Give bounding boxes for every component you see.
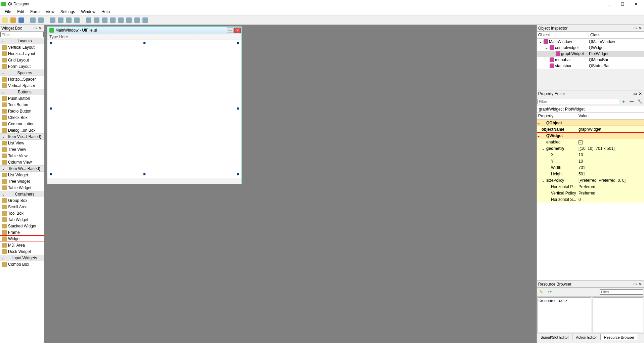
resource-tree[interactable]: <resource root> <box>538 297 591 333</box>
configure-icon[interactable]: 🔧 <box>636 98 643 105</box>
new-file-icon[interactable] <box>1 16 9 24</box>
close-panel-icon[interactable]: ✕ <box>638 91 643 96</box>
adjust-size-icon[interactable] <box>141 16 149 24</box>
minimize-button[interactable] <box>602 0 616 8</box>
float-panel-icon[interactable]: ▭ <box>33 26 37 31</box>
dock-tab[interactable]: Resource Browser <box>600 334 638 340</box>
widget-item[interactable]: Horizo...Spacer <box>0 76 44 82</box>
resource-view[interactable] <box>593 297 643 333</box>
widget-category[interactable]: ⌄Containers <box>0 191 44 197</box>
resize-handle-icon[interactable] <box>237 42 239 44</box>
widget-item[interactable]: Tool Button <box>0 101 44 108</box>
widget-item[interactable]: Vertical Spacer <box>0 82 44 89</box>
form-window[interactable]: MainWindow - UIFile.ui — ✕ Type Here <box>47 26 242 184</box>
widget-item[interactable]: Column View <box>0 159 44 165</box>
widget-item[interactable]: Horizo...Layout <box>0 50 44 57</box>
selected-widget[interactable] <box>51 43 238 174</box>
widget-item[interactable]: MDI Area <box>0 242 44 248</box>
close-panel-icon[interactable]: ✕ <box>38 26 43 31</box>
float-panel-icon[interactable]: ▭ <box>633 282 637 287</box>
open-file-icon[interactable] <box>9 16 17 24</box>
property-filter[interactable] <box>538 99 619 104</box>
resize-handle-icon[interactable] <box>237 108 239 110</box>
form-minimize-button[interactable]: — <box>227 28 233 33</box>
property-row[interactable]: Height501 <box>537 171 644 177</box>
property-grid[interactable]: ⌄QObjectobjectNamegraphWidget⌄QWidgetena… <box>537 120 644 203</box>
widget-item[interactable]: List View <box>0 140 44 146</box>
property-row[interactable]: Width701 <box>537 164 644 171</box>
object-row[interactable]: ⌄centralwidgetQWidget <box>537 45 644 51</box>
layout-h-icon[interactable] <box>85 16 92 24</box>
widget-item[interactable]: Vertical Layout <box>0 44 44 50</box>
widget-box-filter[interactable] <box>0 32 44 37</box>
save-file-icon[interactable] <box>17 16 25 24</box>
menu-help[interactable]: Help <box>99 9 113 15</box>
add-property-icon[interactable]: ＋ <box>620 98 627 105</box>
widget-item[interactable]: Table View <box>0 153 44 159</box>
widget-item[interactable]: Check Box <box>0 114 44 121</box>
object-row[interactable]: statusbarQStatusBar <box>537 63 644 69</box>
resize-handle-icon[interactable] <box>50 173 52 175</box>
widget-item[interactable]: List Widget <box>0 172 44 178</box>
widget-item[interactable]: Frame <box>0 229 44 235</box>
widget-category[interactable]: ⌄Item Wi...-Based) <box>0 165 44 172</box>
property-group[interactable]: ⌄QObject <box>537 120 644 126</box>
dock-tab[interactable]: Signal/Slot Editor <box>537 334 572 340</box>
widget-item[interactable]: Grid Layout <box>0 57 44 63</box>
widget-item[interactable]: Combo Box <box>0 261 44 267</box>
widget-item[interactable]: Tree Widget <box>0 178 44 184</box>
form-close-button[interactable]: ✕ <box>234 28 241 33</box>
property-row[interactable]: objectNamegraphWidget <box>537 126 644 132</box>
edit-signals-icon[interactable] <box>57 16 65 24</box>
edit-buddies-icon[interactable] <box>65 16 73 24</box>
widget-category[interactable]: ⌄Spacers <box>0 70 44 76</box>
edit-tab-order-icon[interactable] <box>73 16 81 24</box>
widget-item[interactable]: Tool Box <box>0 210 44 216</box>
widget-item[interactable]: Tab Widget <box>0 216 44 223</box>
menu-settings[interactable]: Settings <box>58 9 78 15</box>
widget-item[interactable]: Stacked Widget <box>0 223 44 229</box>
resize-handle-icon[interactable] <box>50 42 52 44</box>
bring-to-front-icon[interactable] <box>37 16 45 24</box>
widget-item[interactable]: Dock Widget <box>0 248 44 255</box>
menu-view[interactable]: View <box>43 9 57 15</box>
edit-widgets-icon[interactable] <box>49 16 56 24</box>
resize-handle-icon[interactable] <box>143 42 145 44</box>
widget-item[interactable]: Scroll Area <box>0 204 44 210</box>
resize-handle-icon[interactable] <box>237 173 239 175</box>
resize-handle-icon[interactable] <box>50 108 52 110</box>
widget-item[interactable]: Form Layout <box>0 63 44 70</box>
layout-form-icon[interactable] <box>125 16 133 24</box>
widget-item[interactable]: Group Box <box>0 197 44 204</box>
property-row[interactable]: Horizontal S...0 <box>537 196 644 203</box>
layout-vsplit-icon[interactable] <box>109 16 117 24</box>
float-panel-icon[interactable]: ▭ <box>633 91 637 96</box>
property-group[interactable]: ⌄QWidget <box>537 132 644 139</box>
property-row[interactable]: X10 <box>537 152 644 158</box>
object-row[interactable]: ⌄MainWindowQMainWindow <box>537 39 644 45</box>
widget-item[interactable]: Push Button <box>0 95 44 101</box>
close-button[interactable] <box>629 0 643 8</box>
edit-resource-icon[interactable]: ✎ <box>538 288 545 296</box>
widget-item[interactable]: Comma...utton <box>0 121 44 127</box>
design-canvas[interactable]: MainWindow - UIFile.ui — ✕ Type Here <box>44 25 536 343</box>
widget-category[interactable]: ⌄Input Widgets <box>0 255 44 261</box>
widget-item[interactable]: Widget <box>0 235 44 242</box>
resize-handle-icon[interactable] <box>143 173 145 175</box>
property-row[interactable]: enabled✓ <box>537 139 644 145</box>
object-row[interactable]: graphWidgetPlotWidget <box>537 51 644 57</box>
menu-edit[interactable]: Edit <box>14 9 27 15</box>
layout-hsplit-icon[interactable] <box>101 16 109 24</box>
object-row[interactable]: menubarQMenuBar <box>537 57 644 63</box>
remove-property-icon[interactable]: — <box>628 98 635 105</box>
break-layout-icon[interactable] <box>133 16 141 24</box>
close-panel-icon[interactable]: ✕ <box>638 282 643 287</box>
menu-window[interactable]: Window <box>78 9 98 15</box>
property-row[interactable]: ⌄sizePolicy[Preferred, Preferred, 0, 0] <box>537 177 644 183</box>
widget-category[interactable]: ⌄Buttons <box>0 89 44 95</box>
widget-box-list[interactable]: ⌄LayoutsVertical LayoutHorizo...LayoutGr… <box>0 38 44 343</box>
property-row[interactable]: Horizontal P...Preferred <box>537 183 644 190</box>
form-canvas[interactable] <box>47 40 242 178</box>
resource-filter[interactable] <box>600 289 643 295</box>
property-row[interactable]: Y10 <box>537 158 644 164</box>
